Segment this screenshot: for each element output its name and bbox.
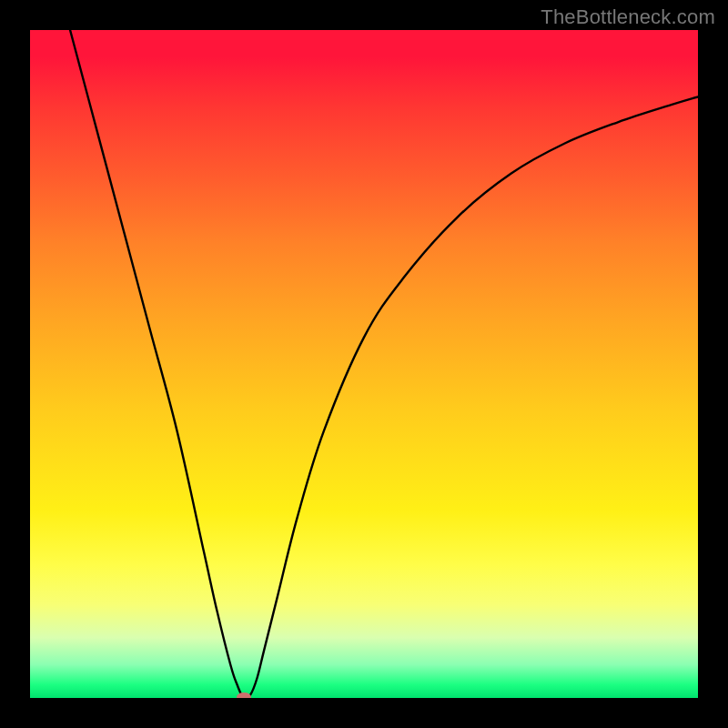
- chart-frame: TheBottleneck.com: [0, 0, 728, 728]
- bottleneck-curve: [30, 30, 698, 698]
- plot-area: [30, 30, 698, 698]
- watermark-text: TheBottleneck.com: [541, 5, 715, 29]
- minimum-marker-icon: [237, 693, 251, 698]
